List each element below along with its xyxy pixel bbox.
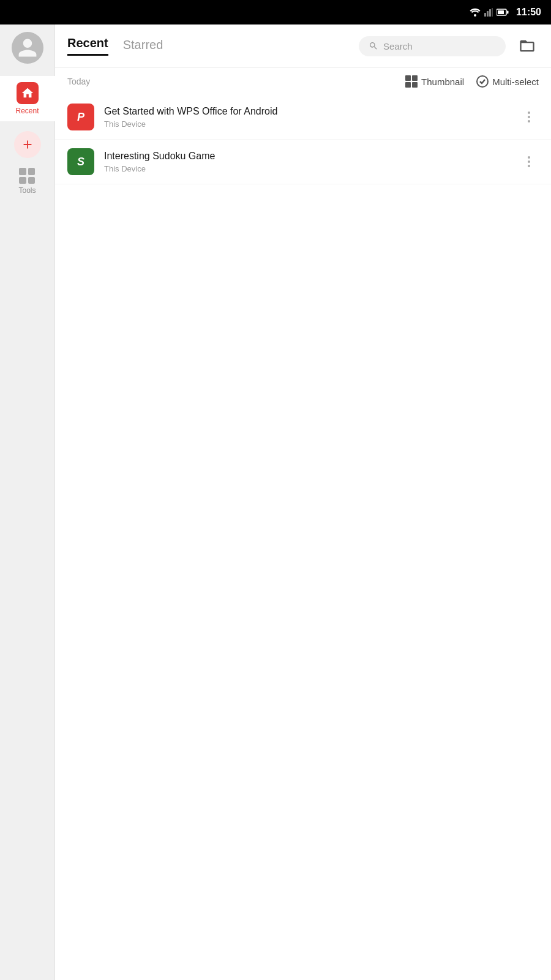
tab-bar: Recent Starred: [67, 36, 349, 56]
multiselect-icon: [476, 75, 489, 88]
file-icon-wps: P: [67, 104, 94, 130]
toolbar-actions: Thumbnail Multi-select: [405, 75, 539, 88]
recent-icon: [17, 82, 39, 104]
status-icons: 11:50: [470, 7, 541, 18]
file-location-1: This Device: [104, 119, 509, 129]
home-icon: [21, 86, 34, 100]
sidebar-recent-label: Recent: [15, 107, 39, 115]
avatar-icon: [17, 37, 39, 59]
check-icon: [479, 78, 486, 85]
file-icon-sheets: S: [67, 148, 94, 175]
wifi-icon: [470, 8, 481, 17]
main-content: Recent Starred Search Today: [55, 24, 551, 980]
file-list: P Get Started with WPS Office for Androi…: [55, 95, 551, 980]
thumbnail-label: Thumbnail: [421, 77, 464, 87]
search-magnifier-icon: [369, 41, 378, 51]
file-item-2[interactable]: S Interesting Sudoku Game This Device: [55, 140, 551, 184]
thumbnail-icon: [405, 75, 418, 88]
svg-rect-3: [489, 9, 491, 17]
thumbnail-button[interactable]: Thumbnail: [405, 75, 464, 88]
toolbar-row: Today Thumbnail: [55, 68, 551, 95]
tools-icon: [19, 168, 35, 184]
svg-rect-7: [507, 11, 509, 14]
today-label: Today: [67, 77, 405, 86]
svg-rect-6: [498, 10, 504, 14]
file-name-2: Interesting Sudoku Game: [104, 151, 509, 162]
search-placeholder-text: Search: [383, 41, 496, 51]
battery-icon: [497, 8, 509, 17]
status-time: 11:50: [516, 7, 541, 18]
tab-recent[interactable]: Recent: [67, 36, 108, 56]
sidebar-item-tools[interactable]: Tools: [18, 168, 36, 195]
folder-button[interactable]: [515, 34, 539, 58]
signal-icon: [484, 8, 493, 17]
svg-rect-4: [492, 8, 493, 17]
sidebar-item-recent[interactable]: Recent: [0, 76, 55, 121]
add-icon: [21, 138, 34, 151]
multiselect-button[interactable]: Multi-select: [476, 75, 539, 88]
file-more-button-2[interactable]: [519, 152, 539, 172]
more-dots-icon-2: [528, 156, 530, 167]
sidebar: Recent Tools: [0, 24, 55, 980]
file-location-2: This Device: [104, 164, 509, 173]
file-item-1[interactable]: P Get Started with WPS Office for Androi…: [55, 95, 551, 140]
multiselect-label: Multi-select: [492, 77, 539, 87]
file-info-2: Interesting Sudoku Game This Device: [104, 151, 509, 173]
header: Recent Starred Search: [55, 24, 551, 68]
file-name-1: Get Started with WPS Office for Android: [104, 106, 509, 117]
add-button[interactable]: [14, 131, 41, 158]
folder-icon: [519, 37, 536, 55]
status-bar: 11:50: [0, 0, 551, 24]
app-container: Recent Tools Recent Starred: [0, 24, 551, 980]
svg-rect-2: [487, 11, 489, 17]
sidebar-tools-label: Tools: [18, 186, 36, 195]
svg-rect-1: [484, 13, 486, 17]
more-dots-icon-1: [528, 111, 530, 123]
search-icon: [369, 41, 378, 51]
avatar[interactable]: [12, 32, 43, 64]
file-more-button-1[interactable]: [519, 107, 539, 127]
search-bar[interactable]: Search: [359, 36, 506, 56]
tab-starred[interactable]: Starred: [123, 38, 163, 56]
file-info-1: Get Started with WPS Office for Android …: [104, 106, 509, 129]
svg-point-0: [474, 14, 476, 17]
